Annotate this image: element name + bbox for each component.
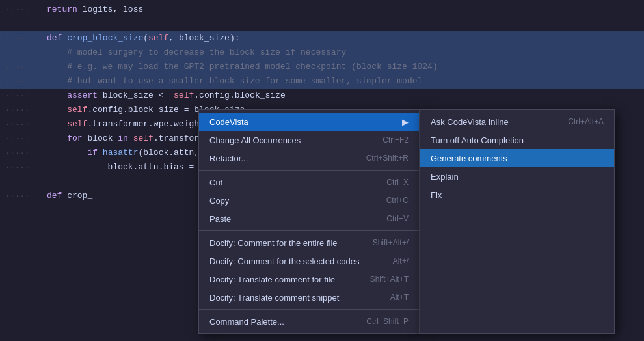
submenu-item-generate-comments[interactable]: Generate comments xyxy=(420,149,614,167)
chevron-right-icon: ▶ xyxy=(402,117,409,127)
menu-item-docify-file-shortcut: Shift+Alt+/ xyxy=(373,238,409,247)
code-line: ····· return logits, loss xyxy=(0,3,644,17)
code-line: ····· assert block_size <= self.config.b… xyxy=(0,89,644,103)
menu-item-codevista-label: CodeVista xyxy=(209,117,397,127)
code-line: ····· def crop_block_size(self, block_si… xyxy=(0,31,644,46)
submenu-item-explain[interactable]: Explain xyxy=(420,167,614,185)
menu-item-docify-selected[interactable]: Docify: Comment for the selected codes A… xyxy=(199,252,419,270)
menu-item-docify-file[interactable]: Docify: Comment for the entire file Shif… xyxy=(199,234,419,252)
submenu: Ask CodeVista Inline Ctrl+Alt+A Turn off… xyxy=(420,109,615,334)
submenu-item-fix-label: Fix xyxy=(431,190,591,200)
menu-item-copy[interactable]: Copy Ctrl+C xyxy=(199,191,419,210)
editor: ····· return logits, loss ····· def crop… xyxy=(0,0,644,341)
submenu-item-turn-off-auto-label: Turn off Auto Completion xyxy=(431,135,591,145)
submenu-item-ask-codevista[interactable]: Ask CodeVista Inline Ctrl+Alt+A xyxy=(420,113,614,131)
code-line: ····· # but want to use a smaller block … xyxy=(0,74,644,89)
submenu-item-ask-codevista-shortcut: Ctrl+Alt+A xyxy=(568,117,604,126)
menu-item-docify-translate-file-shortcut: Shift+Alt+T xyxy=(370,275,409,284)
context-menu: CodeVista ▶ Change All Occurrences Ctrl+… xyxy=(198,109,420,334)
code-line xyxy=(0,17,644,31)
submenu-item-ask-codevista-label: Ask CodeVista Inline xyxy=(431,117,555,127)
menu-item-change-all[interactable]: Change All Occurrences Ctrl+F2 xyxy=(199,131,419,149)
menu-item-command-palette[interactable]: Command Palette... Ctrl+Shift+P xyxy=(199,312,419,331)
menu-item-docify-translate-snippet-label: Docify: Translate comment snippet xyxy=(209,293,364,303)
menu-item-docify-translate-snippet-shortcut: Alt+T xyxy=(390,293,409,302)
menu-item-cut-shortcut: Ctrl+X xyxy=(386,178,409,187)
gutter-dots: ····· xyxy=(5,3,44,17)
menu-item-copy-label: Copy xyxy=(209,196,360,206)
menu-item-command-palette-label: Command Palette... xyxy=(209,317,340,327)
menu-item-command-palette-shortcut: Ctrl+Shift+P xyxy=(366,317,409,326)
menu-separator-1 xyxy=(199,170,419,170)
menu-item-docify-selected-label: Docify: Comment for the selected codes xyxy=(209,256,367,266)
menu-item-refactor-label: Refactor... xyxy=(209,154,340,163)
code-line: ····· # e.g. we may load the GPT2 pretra… xyxy=(0,60,644,74)
menu-item-paste-shortcut: Ctrl+V xyxy=(386,214,409,223)
menu-item-copy-shortcut: Ctrl+C xyxy=(386,196,409,205)
menu-item-change-all-label: Change All Occurrences xyxy=(209,135,356,145)
submenu-item-generate-comments-label: Generate comments xyxy=(431,154,591,163)
submenu-item-fix[interactable]: Fix xyxy=(420,185,614,204)
menu-item-paste-label: Paste xyxy=(209,214,360,224)
menu-item-cut-label: Cut xyxy=(209,178,360,187)
menu-item-cut[interactable]: Cut Ctrl+X xyxy=(199,173,419,191)
menu-item-docify-translate-snippet[interactable]: Docify: Translate comment snippet Alt+T xyxy=(199,288,419,307)
menu-item-refactor-shortcut: Ctrl+Shift+R xyxy=(366,154,409,163)
menu-item-codevista[interactable]: CodeVista ▶ xyxy=(199,113,419,131)
code-line: ····· # model surgery to decrease the bl… xyxy=(0,46,644,60)
menu-item-docify-translate-file-label: Docify: Translate comment for file xyxy=(209,275,344,284)
submenu-item-turn-off-auto[interactable]: Turn off Auto Completion xyxy=(420,131,614,149)
menu-separator-3 xyxy=(199,309,419,310)
menu-item-docify-selected-shortcut: Alt+/ xyxy=(393,256,409,266)
menu-item-change-all-shortcut: Ctrl+F2 xyxy=(382,135,409,144)
submenu-item-explain-label: Explain xyxy=(431,172,591,182)
menu-item-refactor[interactable]: Refactor... Ctrl+Shift+R xyxy=(199,149,419,167)
menu-separator-2 xyxy=(199,230,419,231)
context-menu-wrapper: CodeVista ▶ Change All Occurrences Ctrl+… xyxy=(198,109,615,334)
menu-item-docify-translate-file[interactable]: Docify: Translate comment for file Shift… xyxy=(199,270,419,288)
menu-item-paste[interactable]: Paste Ctrl+V xyxy=(199,210,419,228)
menu-item-docify-file-label: Docify: Comment for the entire file xyxy=(209,238,347,248)
